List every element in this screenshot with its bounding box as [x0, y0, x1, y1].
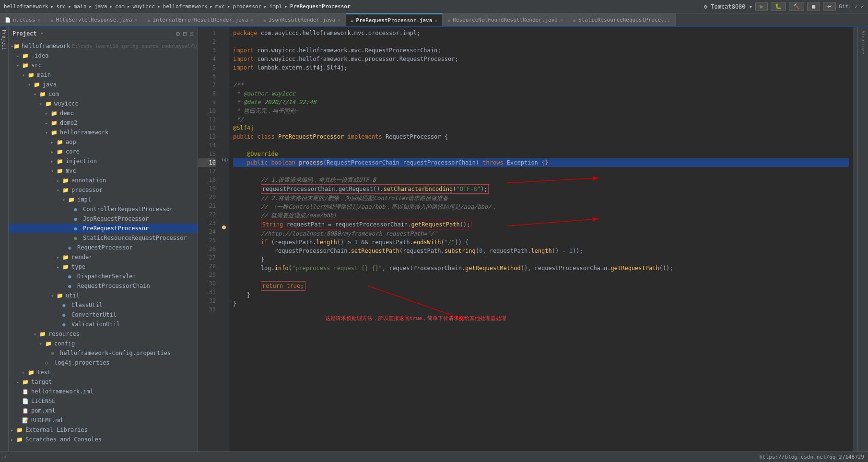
tree-item-demo[interactable]: ▸ 📁 demo: [9, 108, 198, 118]
scrollbar[interactable]: [853, 27, 857, 451]
tab-resourcenotfound[interactable]: ☕ ResourceNotFoundResultRender.java ✕: [443, 13, 568, 26]
code-line-6: [233, 72, 849, 81]
tree-item-requestprocessorchain[interactable]: ● RequestProcessorChain: [9, 281, 198, 291]
tree-item-util[interactable]: ▾ 📁 util: [9, 291, 198, 300]
file-icon: 📄: [5, 17, 11, 23]
collapse-icon[interactable]: ⊟: [183, 30, 187, 37]
code-line-4: import com.wuyiccc.helloframework.mvc.pr…: [233, 55, 849, 63]
tab-staticresource[interactable]: ☕ StaticResourceRequestProce...: [568, 13, 676, 26]
tree-item-pomxml[interactable]: 📋 pom.xml: [9, 406, 198, 415]
code-line-17: [233, 167, 849, 176]
tree-item-helloframework[interactable]: ▾ 📁 helloframework: [9, 128, 198, 137]
code-content[interactable]: package com.wuyiccc.helloframework.mvc.p…: [229, 27, 853, 451]
build-button[interactable]: 🔨: [789, 2, 804, 11]
gear-icon[interactable]: ≡: [190, 30, 194, 37]
tree-item-main[interactable]: ▾ 📁 main: [9, 70, 198, 80]
tree-item-prerequestprocessor[interactable]: ● PreRequestProcessor: [9, 224, 198, 233]
tree-item-idea[interactable]: ▸ 📁 .idea: [9, 51, 198, 60]
tab-n-class[interactable]: 📄 n.class ✕: [0, 13, 46, 26]
right-side-strip: Structure: [857, 27, 868, 451]
tree-item-src[interactable]: ▾ 📁 src: [9, 60, 198, 70]
close-icon[interactable]: ✕: [338, 17, 340, 23]
java-class-icon: ●: [74, 225, 82, 232]
tree-item-extlibs[interactable]: ▸ 📁 External Libraries: [9, 425, 198, 435]
update-button[interactable]: ↩: [823, 2, 836, 11]
tree-item-readme[interactable]: 📝 REDEME.md: [9, 415, 198, 425]
java-class-icon: ●: [74, 206, 82, 213]
tree-item-mvc[interactable]: ▾ 📁 mvc: [9, 166, 198, 176]
code-line-7: /**: [233, 81, 849, 89]
tree-item-demo2[interactable]: ▸ 📁 demo2: [9, 118, 198, 128]
close-icon[interactable]: ✕: [434, 18, 437, 23]
folder-icon: 📁: [22, 379, 30, 385]
tree-item-scratches[interactable]: ▸ 📁 Scratches and Consoles: [9, 435, 198, 444]
folder-icon: 📁: [39, 91, 47, 97]
tree-item-com[interactable]: ▾ 📁 com: [9, 89, 198, 99]
settings-icon[interactable]: ⚙: [176, 30, 180, 37]
tree-item-validationutil[interactable]: ● ValidationUtil: [9, 320, 198, 329]
tree-item-iml[interactable]: 📋 helloframework.iml: [9, 387, 198, 396]
tree-item-resources[interactable]: ▾ 📁 resources: [9, 329, 198, 339]
folder-icon: 📁: [45, 341, 53, 347]
stop-button[interactable]: ◼: [807, 2, 820, 11]
java-class-icon: ●: [74, 216, 82, 222]
close-icon[interactable]: ✕: [134, 17, 137, 23]
project-actions: ⚙ ⊟ ≡: [176, 30, 194, 37]
code-line-28: log.info("preprocess request {} {}", req…: [233, 264, 849, 272]
code-line-1: package com.wuyiccc.helloframework.mvc.p…: [233, 29, 849, 37]
tree-item-log4j[interactable]: ⚙ log4j.properties: [9, 358, 198, 367]
txt-icon: 📄: [22, 398, 30, 404]
tree-item-dispatcherservlet[interactable]: ● DispatcherServlet: [9, 272, 198, 281]
tree-item-license[interactable]: 📄 LICENSE: [9, 396, 198, 406]
tree-item-hf-config[interactable]: ⚙ helloframework-config.properties: [9, 348, 198, 358]
code-line-18: // 1.设置请求编码，将其统一设置成UTF-8: [233, 176, 849, 184]
debug-button[interactable]: 🐛: [771, 2, 786, 11]
tree-item-injection[interactable]: ▸ 📁 injection: [9, 156, 198, 166]
project-icon[interactable]: Project: [0, 28, 8, 52]
close-icon[interactable]: ✕: [37, 17, 40, 23]
code-line-20: // 2.将请求路径末尾的/删除，为后续匹配Controller请求路径做准备: [233, 194, 849, 202]
tree-item-config[interactable]: ▾ 📁 config: [9, 339, 198, 348]
tree-item-render[interactable]: ▸ 📁 render: [9, 252, 198, 262]
structure-icon[interactable]: Structure: [860, 29, 867, 56]
tree-item-wuyiccc[interactable]: ▾ 📁 wuyiccc: [9, 99, 198, 108]
code-editor[interactable]: 1 2 3 4 5 6 7 8 9 10 11 12 13 14 15 16 1…: [198, 27, 857, 451]
tree-item-controllerrequestprocessor[interactable]: ● ControllerRequestProcessor: [9, 204, 198, 214]
project-title: Project: [12, 30, 37, 37]
left-toolbar-strip: Project: [0, 27, 9, 451]
code-line-13: public class PreRequestProcessor impleme…: [233, 132, 849, 141]
tab-httpservletresponse[interactable]: ☕ HttpServletResponse.java ✕: [46, 13, 142, 26]
tree-item-aop[interactable]: ▸ 📁 aop: [9, 137, 198, 147]
tree-item-impl[interactable]: ▾ 📁 impl: [9, 195, 198, 204]
tree-item-processor[interactable]: ▾ 📁 processor: [9, 185, 198, 195]
code-line-23: String requestPath = requestProcessorCha…: [233, 220, 849, 229]
tree-item-requestprocessor[interactable]: ◉ RequestProcessor: [9, 243, 198, 252]
tab-prerequestprocessor[interactable]: ☕ PreRequestProcessor.java ✕: [346, 13, 443, 26]
tree-item-root[interactable]: ▾ 📁 helloframework E:\code_learn\10_spri…: [9, 41, 198, 51]
tab-jsonresult[interactable]: ☕ JsonResultRender.java ✕: [258, 13, 346, 26]
line-numbers: 1 2 3 4 5 6 7 8 9 10 11 12 13 14 15 16 1…: [198, 27, 220, 451]
yellow-lightbulb[interactable]: [222, 225, 226, 229]
run-button[interactable]: ▶: [755, 2, 768, 11]
code-line-33: [233, 308, 849, 317]
project-tree[interactable]: ▾ 📁 helloframework E:\code_learn\10_spri…: [9, 40, 198, 451]
tree-item-type[interactable]: ▸ 📁 type: [9, 262, 198, 272]
tree-item-java[interactable]: ▾ 📁 java: [9, 80, 198, 89]
tree-item-annotation[interactable]: ▸ 📁 annotation: [9, 176, 198, 185]
close-icon[interactable]: ✕: [560, 17, 563, 23]
close-icon[interactable]: ✕: [250, 17, 253, 23]
folder-icon: 📁: [22, 53, 30, 59]
tree-item-target[interactable]: ▸ 📁 target: [9, 377, 198, 387]
main-layout: Project Project ▾ ⚙ ⊟ ≡ ▾ 📁 helloframewo…: [0, 27, 868, 451]
tree-item-converterutil[interactable]: ● ConverterUtil: [9, 310, 198, 320]
tree-item-staticresource[interactable]: ● StaticResourceRequestProcessor: [9, 233, 198, 243]
tree-item-core[interactable]: ▸ 📁 core: [9, 147, 198, 156]
tree-item-test[interactable]: ▸ 📁 test: [9, 367, 198, 377]
code-line-11: */: [233, 115, 849, 124]
code-area[interactable]: 1 2 3 4 5 6 7 8 9 10 11 12 13 14 15 16 1…: [198, 27, 857, 451]
tree-item-jsprequestprocessor[interactable]: ● JspRequestProcessor: [9, 214, 198, 224]
csdn-url[interactable]: https://blog.csdn.net/qq_27148729: [759, 454, 864, 460]
tab-internalerror[interactable]: ☕ InternalErrorResultRender.java ✕: [142, 13, 258, 26]
folder-icon: 📁: [28, 369, 35, 376]
tree-item-classutil[interactable]: ● ClassUtil: [9, 300, 198, 310]
